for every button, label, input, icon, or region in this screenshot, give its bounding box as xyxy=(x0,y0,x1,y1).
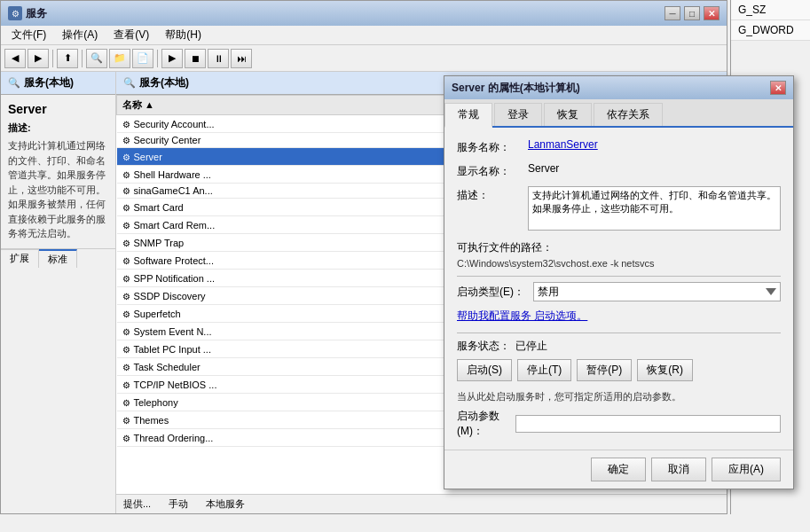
start-service-button[interactable]: 启动(S) xyxy=(457,359,512,381)
status-bar: 提供... 手动 本地服务 xyxy=(116,494,727,513)
service-icon: ⚙ xyxy=(122,239,130,248)
display-name-label: 显示名称： xyxy=(457,162,528,179)
left-content: Server 描述: 支持此计算机通过网络的文件、打印、和命名管道共享。如果服务… xyxy=(1,95,115,248)
resume-service-button[interactable]: 恢复(R) xyxy=(637,359,693,381)
stop-button[interactable]: ⏹ xyxy=(185,49,206,68)
service-icon: ⚙ xyxy=(122,221,130,231)
pause-service-button[interactable]: 暂停(P) xyxy=(577,359,632,381)
service-name-text: SNMP Trap xyxy=(134,238,185,248)
modal-title-bar: Server 的属性(本地计算机) ✕ xyxy=(444,76,793,99)
service-name-text: Telephony xyxy=(134,397,178,408)
service-icon: ⚙ xyxy=(122,309,130,319)
service-icon: ⚙ xyxy=(122,363,130,372)
modal-title: Server 的属性(本地计算机) xyxy=(452,81,770,96)
app-icon: ⚙ xyxy=(8,6,22,20)
side-item-dword: G_DWORD xyxy=(731,20,810,41)
forward-button[interactable]: ▶ xyxy=(28,49,49,68)
startup-type-select[interactable]: 自动 手动 禁用 xyxy=(533,282,781,301)
service-icon: ⚙ xyxy=(122,274,130,284)
desc-text: 支持此计算机通过网络的文件、打印、和命名管道共享。如果服务停止，这些功能不可用。… xyxy=(8,138,108,241)
apply-button[interactable]: 应用(A) xyxy=(712,458,781,481)
params-label: 启动参数(M)： xyxy=(457,409,510,439)
tab-standard[interactable]: 标准 xyxy=(39,249,77,268)
modal-tab-dependencies[interactable]: 依存关系 xyxy=(594,103,663,126)
ok-button[interactable]: 确定 xyxy=(591,458,646,481)
close-button[interactable]: ✕ xyxy=(704,6,720,20)
search-icon-sm: 🔍 xyxy=(8,77,20,89)
menu-bar: 文件(F) 操作(A) 查看(V) 帮助(H) xyxy=(1,26,727,45)
up-button[interactable]: ⬆ xyxy=(57,49,78,68)
service-name-row: 服务名称： LanmanServer xyxy=(457,138,781,155)
modal-tab-login[interactable]: 登录 xyxy=(494,103,542,126)
service-icon: ⚙ xyxy=(122,398,130,408)
modal-body: 服务名称： LanmanServer 显示名称： Server 描述： 可执行文… xyxy=(444,128,793,450)
service-name-text: Smart Card xyxy=(134,202,184,213)
service-icon: ⚙ xyxy=(122,120,130,129)
exec-path-label: 可执行文件的路径： xyxy=(457,240,781,255)
service-status-label: 服务状态： xyxy=(457,339,510,354)
description-field[interactable] xyxy=(528,186,781,231)
params-input[interactable] xyxy=(515,415,781,433)
menu-view[interactable]: 查看(V) xyxy=(106,26,156,44)
status-item3: 本地服务 xyxy=(206,497,245,511)
toolbar: ◀ ▶ ⬆ 🔍 📁 📄 ▶ ⏹ ⏸ ⏭ xyxy=(1,45,727,72)
stop-service-button[interactable]: 停止(T) xyxy=(517,359,571,381)
minimize-button[interactable]: ─ xyxy=(665,6,680,20)
service-name-text: Themes xyxy=(134,415,169,426)
maximize-button[interactable]: □ xyxy=(684,6,700,20)
service-icon: ⚙ xyxy=(122,380,130,390)
run-button[interactable]: ▶ xyxy=(161,49,183,68)
modal-tab-general[interactable]: 常规 xyxy=(444,103,492,128)
left-panel-header: 🔍 服务(本地) xyxy=(1,72,115,95)
exec-path-row: 可执行文件的路径： C:\Windows\system32\svchost.ex… xyxy=(457,240,781,269)
service-icon: ⚙ xyxy=(122,170,130,180)
service-name-text: Superfetch xyxy=(134,309,181,319)
display-name-value: Server xyxy=(528,162,781,175)
params-row: 启动参数(M)： xyxy=(457,409,781,439)
left-panel-title: 服务(本地) xyxy=(24,75,74,90)
service-status-row: 服务状态： 已停止 xyxy=(457,339,781,354)
service-name-text: Shell Hardware ... xyxy=(134,169,211,180)
right-search-icon: 🔍 xyxy=(123,77,136,89)
service-name-text: SPP Notification ... xyxy=(134,273,216,284)
menu-file[interactable]: 文件(F) xyxy=(4,26,53,44)
resume-tb-button[interactable]: ⏭ xyxy=(231,49,252,68)
status-item1: 提供... xyxy=(123,497,151,511)
tab-extend[interactable]: 扩展 xyxy=(1,249,39,268)
description-row: 描述： xyxy=(457,186,781,233)
config-link[interactable]: 帮助我配置服务 启动选项。 xyxy=(457,309,781,324)
search-button[interactable]: 🔍 xyxy=(86,49,107,68)
menu-help[interactable]: 帮助(H) xyxy=(158,26,208,44)
back-button[interactable]: ◀ xyxy=(4,49,26,68)
export-button[interactable]: 📄 xyxy=(132,49,153,68)
folder-button[interactable]: 📁 xyxy=(109,49,130,68)
params-hint: 当从此处启动服务时，您可指定所适用的启动参数。 xyxy=(457,390,781,403)
description-label: 描述： xyxy=(457,186,528,203)
tab-bar-bottom: 扩展 标准 xyxy=(1,248,115,268)
service-status-value: 已停止 xyxy=(515,339,547,354)
service-name-text: Software Protect... xyxy=(134,255,214,266)
display-name-row: 显示名称： Server xyxy=(457,162,781,179)
service-name-text: SSDP Discovery xyxy=(134,291,206,301)
service-icon: ⚙ xyxy=(122,136,130,145)
cancel-button[interactable]: 取消 xyxy=(651,458,706,481)
modal-tab-recovery[interactable]: 恢复 xyxy=(544,103,592,126)
service-name-value[interactable]: LanmanServer xyxy=(528,138,781,151)
service-status-section: 服务状态： 已停止 启动(S) 停止(T) 暂停(P) 恢复(R) xyxy=(457,339,781,381)
side-item-sz: G_SZ xyxy=(731,0,810,20)
service-icon: ⚙ xyxy=(122,256,130,266)
service-name-text: sinaGameC1 An... xyxy=(134,185,213,196)
service-icon: ⚙ xyxy=(122,203,130,213)
pause-tb-button[interactable]: ⏸ xyxy=(208,49,229,68)
service-name-text: Server xyxy=(134,152,162,162)
menu-action[interactable]: 操作(A) xyxy=(55,26,105,44)
left-panel: 🔍 服务(本地) Server 描述: 支持此计算机通过网络的文件、打印、和命名… xyxy=(1,72,116,513)
modal-close-button[interactable]: ✕ xyxy=(770,81,786,95)
server-title: Server xyxy=(8,102,108,116)
service-icon: ⚙ xyxy=(122,416,130,426)
service-name-text: Security Account... xyxy=(134,119,215,129)
service-icon: ⚙ xyxy=(122,292,130,301)
service-name-label: 服务名称： xyxy=(457,138,528,155)
modal-dialog: Server 的属性(本地计算机) ✕ 常规 登录 恢复 依存关系 服务名称： … xyxy=(444,75,794,489)
exec-path-value: C:\Windows\system32\svchost.exe -k netsv… xyxy=(457,258,781,269)
